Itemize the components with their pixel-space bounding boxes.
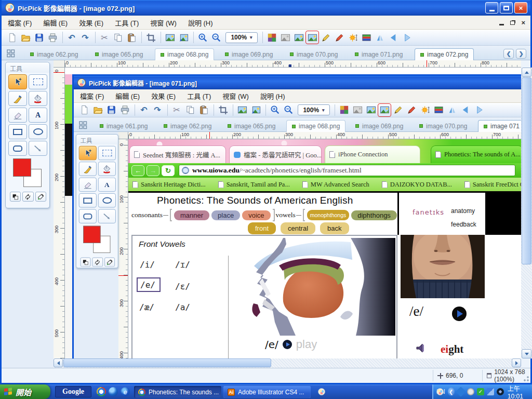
undo-button[interactable]: ↶ [65,31,78,44]
minimize-button[interactable] [485,2,498,14]
cut-button[interactable]: ✂ [98,31,111,44]
editor-canvas[interactable]: PicPick 影像編輯器 - [image 071.png] 檔案 (F) 編… [65,68,521,358]
network-tray-icon[interactable] [487,388,494,395]
outer-titlebar[interactable]: PicPick 影像編輯器 - [image 072.png] × [2,0,530,16]
image-tab-active[interactable]: image 072.png [415,48,474,60]
copy-button[interactable] [112,31,124,44]
mdi-close-icon[interactable]: × [521,19,525,26]
mdi-minimize-icon[interactable] [499,24,504,25]
front-button: front [248,222,276,234]
settings-tray-icon[interactable] [467,388,474,395]
color-balance-button[interactable] [360,31,373,44]
image-tab[interactable]: image 071.png [350,48,408,60]
image-tab[interactable]: image 065.png [90,48,148,60]
print-button[interactable] [46,31,59,44]
task-button-illustrator[interactable]: Ai Adobe Illustrator CS4 ... [223,386,311,398]
rectangle-tool[interactable] [8,124,27,139]
horizontal-scrollbar[interactable] [54,358,521,368]
horizontal-ruler-inner: 0100200300400500600700 [128,132,521,139]
image-tab[interactable]: image 070.png [285,48,343,60]
taskbar: 開始 Google e Phonetics: The sounds ... Ai… [0,384,532,399]
pencil-effect-button[interactable] [333,31,345,44]
task-button-phonetics[interactable]: Phonetics: The sounds ... [134,386,221,398]
new-file-button[interactable] [6,31,18,44]
zoom-out-button[interactable] [210,31,222,44]
eyedropper-button[interactable] [35,192,46,202]
rounded-rect-tool[interactable] [8,141,27,156]
menu-window[interactable]: 視窗 (W) [150,18,177,28]
paste-button[interactable] [125,31,138,44]
image-tab[interactable]: image 068.png [155,48,214,60]
frame-image-button[interactable] [306,31,318,44]
close-button[interactable]: × [514,2,527,14]
horizontal-scroll-thumb[interactable] [63,358,271,367]
vertical-scroll-thumb[interactable] [522,77,531,264]
scroll-left-button[interactable] [54,358,63,367]
video-panel: /e/ eight [399,235,521,358]
ruler-label: 300 [285,132,293,137]
text-tool[interactable]: A [29,108,47,123]
tab-overview-icon[interactable] [7,49,15,58]
flip-vertical-button[interactable] [401,31,413,44]
vertical-scrollbar[interactable] [521,68,532,358]
start-button[interactable]: 開始 [0,384,50,399]
video-play-button [452,307,467,321]
zoom-level-dropdown[interactable]: 100% ▾ [225,32,258,43]
menu-file[interactable]: 檔案 (F) [8,18,32,28]
line-tool[interactable] [29,141,47,156]
picpick-tray-icon[interactable] [436,388,444,395]
picpick-tray-task-icon[interactable] [318,388,325,395]
zoom-in-button[interactable] [196,31,209,44]
maximize-button[interactable] [500,2,513,14]
ellipse-tool[interactable] [29,124,47,139]
menu-help[interactable]: 說明 (H) [188,18,213,28]
bookmark: Sanskrit FreeDict Onlin... [464,181,521,189]
manner-button: manner [174,210,209,220]
menu-edit[interactable]: 編輯 (E) [43,18,68,28]
open-file-button[interactable] [19,31,32,44]
rotate-button[interactable] [374,31,386,44]
brush-tool[interactable] [8,91,27,106]
flip-horizontal-button[interactable] [387,31,400,44]
color-effect-button[interactable] [265,31,278,44]
antivirus-tray-icon[interactable]: ✓ [477,388,484,395]
google-deskbar[interactable]: Google [55,386,91,397]
capture-image-button[interactable] [164,31,176,44]
copy-button [184,104,196,116]
scroll-right-button[interactable] [512,358,521,367]
consonants-label: consonants [131,211,163,219]
resize-grip[interactable] [523,376,529,382]
ruler-origin-marker [289,64,291,67]
mediaplayer-quicklaunch-icon[interactable] [109,387,118,396]
scroll-up-button[interactable] [522,68,531,77]
scroll-down-button[interactable] [522,349,531,358]
mdi-restore-icon[interactable] [510,21,515,25]
fill-tool[interactable] [29,91,47,106]
status-bar: 696, 0 532 x 399 (100%) [2,368,530,383]
eraser-tool[interactable] [8,108,27,123]
menu-tools[interactable]: 工具 (T) [115,18,139,28]
foreground-color-swatch[interactable] [13,158,31,177]
chrome-quicklaunch-icon[interactable] [97,387,106,396]
redo-button[interactable]: ↷ [79,31,91,44]
brightness-button[interactable] [347,31,359,44]
menu-effects[interactable]: 效果 (E) [79,18,103,28]
capture-scroll-button[interactable] [177,31,190,44]
crop-button[interactable] [144,31,157,44]
dropbox-tray-icon[interactable] [456,387,466,397]
tab-scroll-right-button[interactable]: ❯ [516,49,526,59]
collapse-tray-button[interactable]: ❮ [448,388,455,396]
select-tool[interactable] [8,74,27,89]
grayscale-button[interactable] [279,31,291,44]
save-button[interactable] [33,31,45,44]
swap-colors-button[interactable] [10,192,21,202]
marquee-tool[interactable] [29,74,47,89]
adjust-image-button[interactable] [292,31,305,44]
image-tab[interactable]: image 062.png [25,48,83,60]
recorder-tray-icon[interactable] [497,388,504,395]
pen-effect-button[interactable] [320,31,332,44]
image-tab[interactable]: image 069.png [220,48,278,60]
reset-colors-button[interactable] [22,192,33,202]
ie-quicklaunch-icon[interactable]: e [121,387,130,396]
tab-scroll-left-button[interactable]: ❮ [503,49,514,59]
